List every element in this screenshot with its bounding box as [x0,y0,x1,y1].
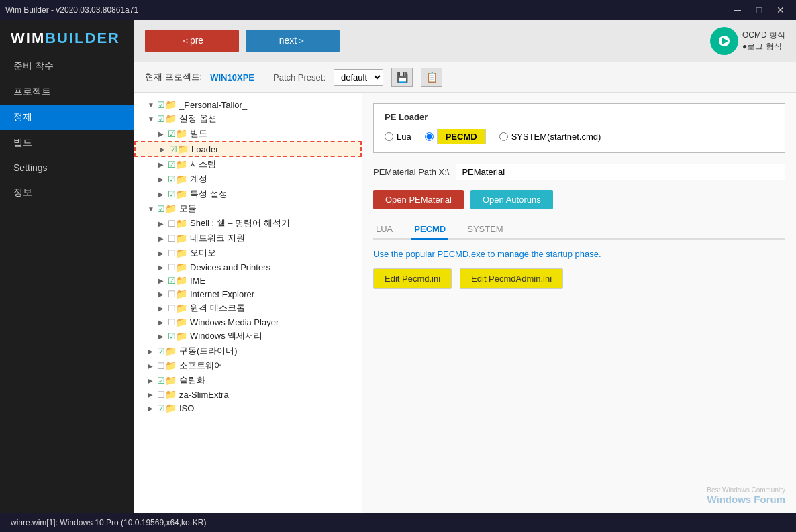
arrow-icon: ▶ [158,220,168,227]
tree-item-ie[interactable]: ▶ ☐ 📁 Internet Explorer [134,287,362,301]
next-button[interactable]: next＞ [246,30,340,52]
folder-icon: 📁 [177,144,189,154]
ocmd-label: OCMD 형식 [742,30,785,41]
sidebar-item-1[interactable]: 프로젝트 [0,79,134,105]
edit-pecmd-ini-button[interactable]: Edit Pecmd.ini [373,268,452,289]
tree-label: Windows 액세서리 [190,330,262,342]
arrow-icon: ▶ [158,235,168,242]
check-icon: ☐ [168,289,176,299]
tree-label: 시스템 [190,158,216,170]
action-buttons: Open PEMaterial Open Autoruns [373,190,785,209]
tree-item-remote[interactable]: ▶ ☐ 📁 원격 데스크톱 [134,301,362,315]
folder-icon: 📁 [176,275,188,286]
sidebar-item-0[interactable]: 준비 착수 [0,54,134,79]
tree-item-loader[interactable]: ▶ ☑ 📁 Loader [134,141,362,157]
check-icon: ☑ [168,160,176,170]
folder-icon: 📁 [176,233,188,244]
tree-item-slim[interactable]: ▶ ☑ 📁 슬림화 [134,373,362,388]
patch-preset-select[interactable]: default [334,69,383,86]
folder-icon: 📁 [165,203,177,214]
sidebar-item-4[interactable]: Settings [0,156,134,180]
pecmd-radio[interactable] [425,132,434,141]
titlebar-controls: ─ □ ✕ [728,0,791,20]
project-label: 현재 프로젝트: [145,71,202,83]
check-icon: ☐ [157,390,165,400]
windows-forum-watermark: Best Windows Community Windows Forum [707,486,785,505]
check-icon: ☑ [168,331,176,341]
tree-item-modules[interactable]: ▼ ☑ 📁 모듈 [134,201,362,216]
tree-item-audio[interactable]: ▶ ☐ 📁 오디오 [134,246,362,260]
ocmd-labels: OCMD 형식 ●로그 형식 [742,30,785,52]
sidebar-item-3[interactable]: 빌드 [0,130,134,156]
sidebar-item-5[interactable]: 정보 [0,180,134,205]
sidebar-logo: WIMBUILDER [0,20,134,54]
topbar: ＜pre next＞ OCMD 형식 ●로그 형식 [134,20,796,62]
tree-item-drivers[interactable]: ▶ ☑ 📁 구동(드라이버) [134,343,362,358]
content-area: ＜pre next＞ OCMD 형식 ●로그 형식 [134,20,796,513]
edit-pecmdadmin-ini-button[interactable]: Edit PecmdAdmin.ini [460,268,563,289]
tree-label: IME [190,276,205,286]
arrow-icon: ▶ [158,277,168,284]
tree-label: ISO [179,403,194,413]
tree-label: 소프트웨어 [179,360,223,372]
folder-icon: 📁 [165,113,177,124]
tree-item-system[interactable]: ▶ ☑ 📁 시스템 [134,157,362,172]
sidebar-item-2[interactable]: 정제 [0,105,134,130]
radio-lua: Lua [385,131,411,142]
tree-item-software[interactable]: ▶ ☐ 📁 소프트웨어 [134,358,362,373]
arrow-icon: ▶ [148,377,157,384]
system-label: SYSTEM(startnet.cmd) [511,131,601,142]
arrow-icon: ▶ [158,130,168,138]
statusbar-text: winre.wim[1]: Windows 10 Pro (10.0.19569… [11,518,206,527]
tree-label: _Personal-Tailor_ [179,100,247,110]
tree-item-iso[interactable]: ▶ ☑ 📁 ISO [134,401,362,415]
system-radio[interactable] [499,132,508,141]
arrow-icon: ▶ [158,191,168,198]
tree-item-ime[interactable]: ▶ ☑ 📁 IME [134,274,362,287]
pematerial-input[interactable] [456,164,785,180]
arrow-icon: ▶ [158,290,168,298]
open-autoruns-button[interactable]: Open Autoruns [470,190,553,209]
tree-item-network[interactable]: ▶ ☐ 📁 네트워크 지원 [134,231,362,246]
folder-icon: 📁 [176,128,188,139]
maximize-button[interactable]: □ [749,0,769,20]
tree-item-shell[interactable]: ▶ ☐ 📁 Shell : 쉘 – 명령어 해석기 [134,216,362,231]
arrow-icon: ▶ [148,362,157,370]
folder-icon: 📁 [176,331,188,341]
tree-item-wmp[interactable]: ▶ ☐ 📁 Windows Media Player [134,315,362,329]
patch-label: Patch Preset: [273,72,326,83]
pre-button[interactable]: ＜pre [145,30,239,52]
patch-save-button[interactable]: 💾 [391,68,413,87]
check-icon: ☑ [157,376,165,386]
open-pematerial-button[interactable]: Open PEMaterial [373,190,464,209]
tree-item-build[interactable]: ▶ ☑ 📁 빌드 [134,126,362,141]
minimize-button[interactable]: ─ [728,0,748,20]
tree-label: 계정 [190,173,207,185]
folder-icon: 📁 [176,159,188,170]
ocmd-circle-icon [710,27,738,55]
log-label: ●로그 형식 [742,41,785,52]
tree-item-devices[interactable]: ▶ ☐ 📁 Devices and Printers [134,260,362,274]
tree-item-accessories[interactable]: ▶ ☑ 📁 Windows 액세서리 [134,329,362,343]
tree-item-settings[interactable]: ▼ ☑ 📁 설정 옵션 [134,111,362,126]
lua-radio[interactable] [385,132,393,141]
edit-buttons: Edit Pecmd.ini Edit PecmdAdmin.ini [373,268,785,289]
tree-item-feature[interactable]: ▶ ☑ 📁 특성 설정 [134,187,362,201]
close-button[interactable]: ✕ [770,0,791,20]
patch-load-button[interactable]: 📋 [421,68,442,87]
arrow-icon: ▶ [158,250,168,257]
project-bar: 현재 프로젝트: WIN10XPE Patch Preset: default … [134,62,796,93]
tree-label: Internet Explorer [190,289,254,299]
titlebar: Wim Builder - v2020.03.03.80861a71 ─ □ ✕ [0,0,796,20]
project-name: WIN10XPE [210,72,254,83]
tree-item-slimextra[interactable]: ▶ ☐ 📁 za-SlimExtra [134,388,362,401]
tree-item-account[interactable]: ▶ ☑ 📁 계정 [134,172,362,187]
check-icon: ☑ [157,114,165,124]
tree-item-personal-tailor[interactable]: ▼ ☑ 📁 _Personal-Tailor_ [134,98,362,111]
right-panel: PE Loader Lua PECMD SYSTEM(startnet.c [362,93,796,513]
tab-system[interactable]: SYSTEM [464,220,505,240]
tree-label: 특성 설정 [190,188,228,200]
tree-label: Windows Media Player [190,317,279,327]
tab-lua[interactable]: LUA [373,220,395,240]
tab-pecmd[interactable]: PECMD [411,220,448,240]
